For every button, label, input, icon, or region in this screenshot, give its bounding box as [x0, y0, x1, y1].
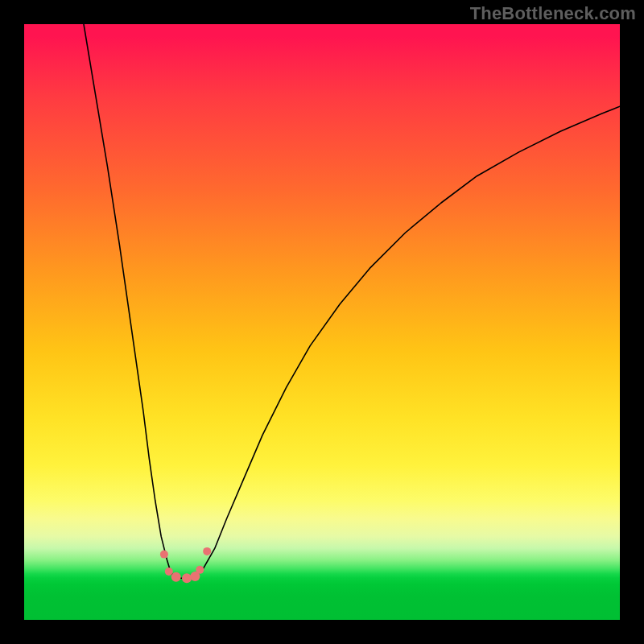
curve-group: [84, 24, 620, 578]
chart-svg: [24, 24, 620, 620]
curve-right: [188, 106, 620, 578]
data-marker: [182, 573, 192, 583]
data-marker: [196, 566, 204, 574]
marker-group: [160, 547, 211, 583]
data-marker: [160, 551, 168, 559]
curve-left: [84, 24, 188, 578]
data-marker: [171, 572, 181, 582]
data-marker: [203, 547, 211, 555]
plot-area: [24, 24, 620, 620]
data-marker: [165, 568, 173, 576]
chart-frame: TheBottleneck.com: [0, 0, 644, 644]
watermark-text: TheBottleneck.com: [470, 3, 636, 24]
